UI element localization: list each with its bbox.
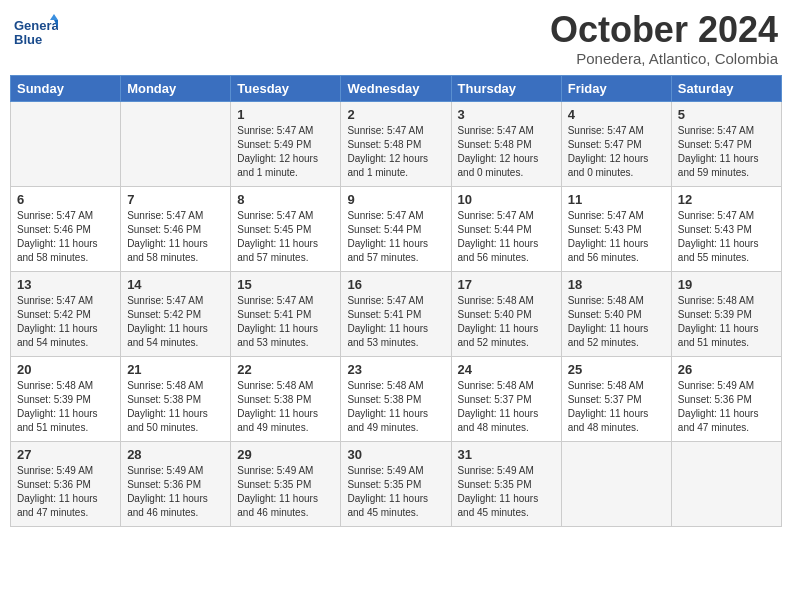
day-number: 2 [347,107,444,122]
calendar-cell [121,101,231,186]
day-info: Sunrise: 5:48 AMSunset: 5:37 PMDaylight:… [458,379,555,435]
day-info: Sunrise: 5:47 AMSunset: 5:48 PMDaylight:… [458,124,555,180]
week-row-5: 27Sunrise: 5:49 AMSunset: 5:36 PMDayligh… [11,441,782,526]
calendar-cell: 7Sunrise: 5:47 AMSunset: 5:46 PMDaylight… [121,186,231,271]
day-number: 27 [17,447,114,462]
day-info: Sunrise: 5:47 AMSunset: 5:43 PMDaylight:… [568,209,665,265]
calendar-cell: 29Sunrise: 5:49 AMSunset: 5:35 PMDayligh… [231,441,341,526]
calendar-cell: 25Sunrise: 5:48 AMSunset: 5:37 PMDayligh… [561,356,671,441]
day-number: 8 [237,192,334,207]
day-number: 25 [568,362,665,377]
day-info: Sunrise: 5:48 AMSunset: 5:37 PMDaylight:… [568,379,665,435]
day-info: Sunrise: 5:47 AMSunset: 5:41 PMDaylight:… [237,294,334,350]
calendar-cell: 4Sunrise: 5:47 AMSunset: 5:47 PMDaylight… [561,101,671,186]
calendar-cell: 13Sunrise: 5:47 AMSunset: 5:42 PMDayligh… [11,271,121,356]
week-row-3: 13Sunrise: 5:47 AMSunset: 5:42 PMDayligh… [11,271,782,356]
day-info: Sunrise: 5:48 AMSunset: 5:39 PMDaylight:… [17,379,114,435]
day-info: Sunrise: 5:47 AMSunset: 5:47 PMDaylight:… [678,124,775,180]
day-number: 4 [568,107,665,122]
day-number: 15 [237,277,334,292]
svg-text:Blue: Blue [14,32,42,47]
page-header: General Blue October 2024 Ponedera, Atla… [10,10,782,67]
day-info: Sunrise: 5:47 AMSunset: 5:42 PMDaylight:… [127,294,224,350]
day-info: Sunrise: 5:48 AMSunset: 5:40 PMDaylight:… [568,294,665,350]
day-info: Sunrise: 5:48 AMSunset: 5:38 PMDaylight:… [237,379,334,435]
calendar-cell: 24Sunrise: 5:48 AMSunset: 5:37 PMDayligh… [451,356,561,441]
day-number: 9 [347,192,444,207]
day-number: 31 [458,447,555,462]
day-info: Sunrise: 5:47 AMSunset: 5:42 PMDaylight:… [17,294,114,350]
day-number: 1 [237,107,334,122]
day-number: 29 [237,447,334,462]
day-number: 14 [127,277,224,292]
day-number: 3 [458,107,555,122]
calendar-cell: 26Sunrise: 5:49 AMSunset: 5:36 PMDayligh… [671,356,781,441]
day-info: Sunrise: 5:49 AMSunset: 5:36 PMDaylight:… [678,379,775,435]
day-number: 7 [127,192,224,207]
calendar-cell: 2Sunrise: 5:47 AMSunset: 5:48 PMDaylight… [341,101,451,186]
calendar-cell: 22Sunrise: 5:48 AMSunset: 5:38 PMDayligh… [231,356,341,441]
calendar-cell: 14Sunrise: 5:47 AMSunset: 5:42 PMDayligh… [121,271,231,356]
header-day-friday: Friday [561,75,671,101]
day-number: 6 [17,192,114,207]
calendar-cell: 18Sunrise: 5:48 AMSunset: 5:40 PMDayligh… [561,271,671,356]
day-number: 26 [678,362,775,377]
calendar-cell [561,441,671,526]
day-number: 12 [678,192,775,207]
day-number: 21 [127,362,224,377]
calendar-cell: 15Sunrise: 5:47 AMSunset: 5:41 PMDayligh… [231,271,341,356]
day-info: Sunrise: 5:48 AMSunset: 5:38 PMDaylight:… [127,379,224,435]
calendar-cell: 19Sunrise: 5:48 AMSunset: 5:39 PMDayligh… [671,271,781,356]
header-day-saturday: Saturday [671,75,781,101]
day-number: 20 [17,362,114,377]
day-info: Sunrise: 5:47 AMSunset: 5:48 PMDaylight:… [347,124,444,180]
week-row-2: 6Sunrise: 5:47 AMSunset: 5:46 PMDaylight… [11,186,782,271]
location-subtitle: Ponedera, Atlantico, Colombia [550,50,778,67]
calendar-cell: 1Sunrise: 5:47 AMSunset: 5:49 PMDaylight… [231,101,341,186]
calendar-cell: 17Sunrise: 5:48 AMSunset: 5:40 PMDayligh… [451,271,561,356]
title-block: October 2024 Ponedera, Atlantico, Colomb… [550,10,778,67]
calendar-table: SundayMondayTuesdayWednesdayThursdayFrid… [10,75,782,527]
calendar-cell: 10Sunrise: 5:47 AMSunset: 5:44 PMDayligh… [451,186,561,271]
day-info: Sunrise: 5:47 AMSunset: 5:49 PMDaylight:… [237,124,334,180]
calendar-cell: 12Sunrise: 5:47 AMSunset: 5:43 PMDayligh… [671,186,781,271]
header-row: SundayMondayTuesdayWednesdayThursdayFrid… [11,75,782,101]
calendar-cell: 5Sunrise: 5:47 AMSunset: 5:47 PMDaylight… [671,101,781,186]
calendar-cell: 23Sunrise: 5:48 AMSunset: 5:38 PMDayligh… [341,356,451,441]
day-number: 19 [678,277,775,292]
day-number: 24 [458,362,555,377]
calendar-cell [11,101,121,186]
day-number: 28 [127,447,224,462]
day-info: Sunrise: 5:49 AMSunset: 5:35 PMDaylight:… [237,464,334,520]
calendar-cell [671,441,781,526]
day-number: 18 [568,277,665,292]
calendar-cell: 31Sunrise: 5:49 AMSunset: 5:35 PMDayligh… [451,441,561,526]
calendar-cell: 30Sunrise: 5:49 AMSunset: 5:35 PMDayligh… [341,441,451,526]
day-info: Sunrise: 5:47 AMSunset: 5:45 PMDaylight:… [237,209,334,265]
svg-text:General: General [14,18,58,33]
day-number: 17 [458,277,555,292]
day-number: 10 [458,192,555,207]
day-number: 16 [347,277,444,292]
day-info: Sunrise: 5:48 AMSunset: 5:40 PMDaylight:… [458,294,555,350]
day-number: 13 [17,277,114,292]
day-info: Sunrise: 5:47 AMSunset: 5:44 PMDaylight:… [347,209,444,265]
header-day-sunday: Sunday [11,75,121,101]
day-info: Sunrise: 5:49 AMSunset: 5:35 PMDaylight:… [458,464,555,520]
day-number: 5 [678,107,775,122]
week-row-4: 20Sunrise: 5:48 AMSunset: 5:39 PMDayligh… [11,356,782,441]
day-info: Sunrise: 5:47 AMSunset: 5:47 PMDaylight:… [568,124,665,180]
calendar-cell: 27Sunrise: 5:49 AMSunset: 5:36 PMDayligh… [11,441,121,526]
day-info: Sunrise: 5:47 AMSunset: 5:44 PMDaylight:… [458,209,555,265]
day-info: Sunrise: 5:47 AMSunset: 5:46 PMDaylight:… [127,209,224,265]
calendar-cell: 8Sunrise: 5:47 AMSunset: 5:45 PMDaylight… [231,186,341,271]
logo-icon: General Blue [14,10,58,54]
calendar-cell: 9Sunrise: 5:47 AMSunset: 5:44 PMDaylight… [341,186,451,271]
day-number: 23 [347,362,444,377]
day-number: 11 [568,192,665,207]
calendar-cell: 21Sunrise: 5:48 AMSunset: 5:38 PMDayligh… [121,356,231,441]
day-info: Sunrise: 5:48 AMSunset: 5:39 PMDaylight:… [678,294,775,350]
header-day-wednesday: Wednesday [341,75,451,101]
svg-marker-2 [50,14,58,20]
header-day-tuesday: Tuesday [231,75,341,101]
